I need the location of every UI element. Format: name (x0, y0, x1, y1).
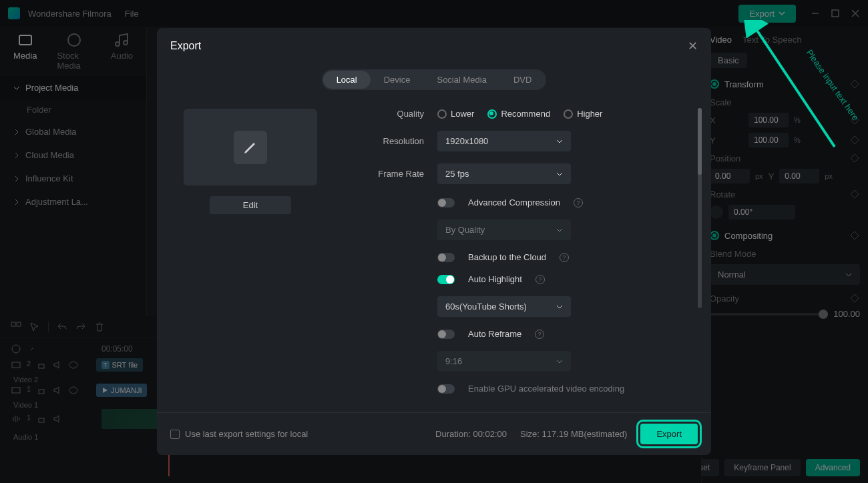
export-modal: Export ✕ Local Device Social Media DVD E… (157, 28, 711, 455)
quality-recommend[interactable]: Recommend (487, 109, 550, 119)
chevron-down-icon (556, 304, 563, 310)
quality-label: Quality (351, 109, 437, 119)
backup-label: Backup to the Cloud (468, 252, 546, 262)
modal-tab-local[interactable]: Local (323, 71, 371, 89)
highlight-select[interactable]: 60s(YouTube Shorts) (437, 296, 571, 317)
resolution-select[interactable]: 1920x1080 (437, 131, 571, 151)
size-text: Size: 117.19 MB(estimated) (520, 429, 627, 439)
resolution-label: Resolution (351, 136, 437, 146)
quality-lower[interactable]: Lower (437, 109, 474, 119)
pencil-icon (234, 131, 267, 164)
modal-tab-social[interactable]: Social Media (423, 71, 499, 89)
duration-text: Duration: 00:02:00 (435, 429, 507, 439)
framerate-select[interactable]: 25 fps (437, 163, 571, 184)
auto-reframe-label: Auto Reframe (468, 329, 521, 339)
help-icon[interactable]: ? (560, 253, 569, 262)
framerate-label: Frame Rate (351, 169, 437, 179)
auto-highlight-toggle[interactable] (437, 275, 455, 284)
chevron-down-icon (556, 227, 563, 233)
modal-tab-dvd[interactable]: DVD (500, 71, 545, 89)
modal-tab-device[interactable]: Device (371, 71, 424, 89)
gpu-toggle[interactable] (437, 384, 455, 394)
chevron-down-icon (556, 171, 563, 177)
gpu-label: Enable GPU accelerated video encoding (468, 384, 624, 394)
help-icon[interactable]: ? (574, 198, 583, 207)
help-icon[interactable]: ? (535, 330, 544, 339)
chevron-down-icon (556, 358, 563, 365)
modal-title: Export (170, 40, 201, 52)
help-icon[interactable]: ? (535, 275, 545, 284)
adv-compression-toggle[interactable] (437, 198, 455, 207)
export-preview (184, 109, 317, 185)
adv-compression-label: Advanced Compression (468, 197, 560, 207)
use-last-label: Use last export settings for local (185, 429, 308, 439)
export-action-button[interactable]: Export (640, 424, 698, 444)
modal-scrollbar[interactable] (698, 108, 702, 308)
backup-toggle[interactable] (437, 253, 455, 262)
modal-overlay: Export ✕ Local Device Social Media DVD E… (0, 0, 868, 483)
auto-highlight-label: Auto Highlight (468, 274, 522, 284)
auto-reframe-toggle[interactable] (437, 330, 455, 339)
use-last-checkbox[interactable] (170, 430, 180, 439)
chevron-down-icon (556, 138, 563, 145)
reframe-select: 9:16 (437, 351, 571, 372)
compression-select: By Quality (437, 219, 571, 240)
quality-higher[interactable]: Higher (564, 109, 602, 119)
edit-button[interactable]: Edit (210, 196, 291, 214)
modal-close-button[interactable]: ✕ (688, 39, 698, 53)
